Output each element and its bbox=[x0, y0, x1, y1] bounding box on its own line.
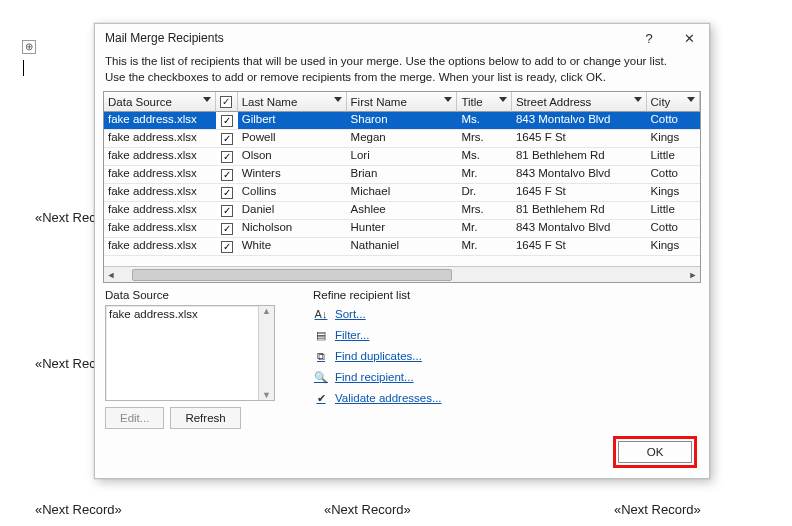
cell-checkbox[interactable]: ✓ bbox=[216, 112, 238, 129]
cell-first-name: Lori bbox=[347, 148, 458, 165]
chevron-down-icon bbox=[499, 97, 507, 102]
cell-last-name: Collins bbox=[238, 184, 347, 201]
col-city[interactable]: City bbox=[647, 92, 700, 112]
cell-checkbox[interactable]: ✓ bbox=[216, 202, 238, 219]
cell-last-name: Gilbert bbox=[238, 112, 347, 129]
list-item[interactable]: fake address.xlsx bbox=[109, 308, 271, 320]
cell-last-name: Winters bbox=[238, 166, 347, 183]
cell-title: Mr. bbox=[457, 166, 511, 183]
duplicates-icon: ⧉ bbox=[313, 348, 329, 364]
cell-last-name: Olson bbox=[238, 148, 347, 165]
chevron-down-icon bbox=[334, 97, 342, 102]
table-row[interactable]: fake address.xlsx✓WhiteNathanielMr.1645 … bbox=[104, 238, 700, 256]
scroll-right-icon[interactable]: ► bbox=[686, 267, 700, 283]
checkbox-icon: ✓ bbox=[221, 187, 233, 199]
col-first-name[interactable]: First Name bbox=[347, 92, 458, 112]
cell-checkbox[interactable]: ✓ bbox=[216, 130, 238, 147]
cell-street: 843 Montalvo Blvd bbox=[512, 166, 647, 183]
cell-last-name: Nicholson bbox=[238, 220, 347, 237]
annotation-highlight: OK bbox=[613, 436, 697, 468]
cell-street: 1645 F St bbox=[512, 238, 647, 255]
cell-data-source: fake address.xlsx bbox=[104, 220, 216, 237]
col-check-all[interactable]: ✓ bbox=[216, 92, 238, 112]
scroll-left-icon[interactable]: ◄ bbox=[104, 267, 118, 283]
cell-data-source: fake address.xlsx bbox=[104, 238, 216, 255]
table-row[interactable]: fake address.xlsx✓WintersBrianMr.843 Mon… bbox=[104, 166, 700, 184]
cell-last-name: Powell bbox=[238, 130, 347, 147]
refresh-button[interactable]: Refresh bbox=[170, 407, 240, 429]
chevron-down-icon bbox=[687, 97, 695, 102]
dialog-description: This is the list of recipients that will… bbox=[95, 52, 709, 91]
validate-addresses-link[interactable]: ✔Validate addresses... bbox=[313, 390, 699, 406]
cell-city: Kings bbox=[647, 184, 701, 201]
cell-first-name: Hunter bbox=[347, 220, 458, 237]
cell-city: Kings bbox=[647, 130, 701, 147]
table-row[interactable]: fake address.xlsx✓OlsonLoriMs.81 Bethleh… bbox=[104, 148, 700, 166]
cell-title: Mrs. bbox=[457, 202, 511, 219]
edit-button[interactable]: Edit... bbox=[105, 407, 164, 429]
filter-icon: ▤ bbox=[313, 327, 329, 343]
cell-checkbox[interactable]: ✓ bbox=[216, 238, 238, 255]
cell-last-name: White bbox=[238, 238, 347, 255]
cell-city: Cotto bbox=[647, 220, 701, 237]
cell-city: Cotto bbox=[647, 166, 701, 183]
find-duplicates-link[interactable]: ⧉Find duplicates... bbox=[313, 348, 699, 364]
cell-title: Mrs. bbox=[457, 130, 511, 147]
help-button[interactable]: ? bbox=[629, 24, 669, 52]
cell-city: Kings bbox=[647, 238, 701, 255]
ok-button[interactable]: OK bbox=[618, 441, 692, 463]
cell-title: Ms. bbox=[457, 112, 511, 129]
dialog-title: Mail Merge Recipients bbox=[105, 31, 629, 45]
cell-first-name: Sharon bbox=[347, 112, 458, 129]
find-recipient-link[interactable]: 🔍Find recipient... bbox=[313, 369, 699, 385]
col-data-source[interactable]: Data Source bbox=[104, 92, 216, 112]
cell-data-source: fake address.xlsx bbox=[104, 184, 216, 201]
merge-field: «Next Record» bbox=[35, 502, 122, 517]
titlebar: Mail Merge Recipients ? ✕ bbox=[95, 24, 709, 52]
cell-city: Cotto bbox=[647, 112, 701, 129]
cell-data-source: fake address.xlsx bbox=[104, 112, 216, 129]
cell-first-name: Megan bbox=[347, 130, 458, 147]
recipients-grid: Data Source ✓ Last Name First Name Title… bbox=[103, 91, 701, 283]
cell-title: Dr. bbox=[457, 184, 511, 201]
cell-last-name: Daniel bbox=[238, 202, 347, 219]
cell-title: Mr. bbox=[457, 238, 511, 255]
col-street[interactable]: Street Address bbox=[512, 92, 647, 112]
cell-data-source: fake address.xlsx bbox=[104, 166, 216, 183]
cell-checkbox[interactable]: ✓ bbox=[216, 220, 238, 237]
checkbox-icon: ✓ bbox=[221, 115, 233, 127]
cell-first-name: Ashlee bbox=[347, 202, 458, 219]
table-row[interactable]: fake address.xlsx✓NicholsonHunterMr.843 … bbox=[104, 220, 700, 238]
sort-icon: A↓ bbox=[313, 306, 329, 322]
table-row[interactable]: fake address.xlsx✓GilbertSharonMs.843 Mo… bbox=[104, 112, 700, 130]
cell-street: 1645 F St bbox=[512, 184, 647, 201]
col-last-name[interactable]: Last Name bbox=[238, 92, 347, 112]
scroll-thumb[interactable] bbox=[132, 269, 452, 281]
checkbox-icon: ✓ bbox=[221, 223, 233, 235]
cell-checkbox[interactable]: ✓ bbox=[216, 166, 238, 183]
merge-field: «Next Record» bbox=[324, 502, 411, 517]
horizontal-scrollbar[interactable]: ◄ ► bbox=[104, 266, 700, 282]
filter-link[interactable]: ▤Filter... bbox=[313, 327, 699, 343]
anchor-icon: ⊕ bbox=[22, 40, 36, 54]
col-title[interactable]: Title bbox=[457, 92, 511, 112]
cell-first-name: Michael bbox=[347, 184, 458, 201]
cell-checkbox[interactable]: ✓ bbox=[216, 148, 238, 165]
cell-city: Little bbox=[647, 148, 701, 165]
table-row[interactable]: fake address.xlsx✓DanielAshleeMrs.81 Bet… bbox=[104, 202, 700, 220]
cell-data-source: fake address.xlsx bbox=[104, 148, 216, 165]
checkbox-icon: ✓ bbox=[221, 241, 233, 253]
cell-checkbox[interactable]: ✓ bbox=[216, 184, 238, 201]
cell-title: Mr. bbox=[457, 220, 511, 237]
chevron-down-icon bbox=[634, 97, 642, 102]
close-button[interactable]: ✕ bbox=[669, 24, 709, 52]
checkbox-icon: ✓ bbox=[221, 151, 233, 163]
cell-first-name: Brian bbox=[347, 166, 458, 183]
table-row[interactable]: fake address.xlsx✓PowellMeganMrs.1645 F … bbox=[104, 130, 700, 148]
validate-icon: ✔ bbox=[313, 390, 329, 406]
data-source-list[interactable]: fake address.xlsx ▲▼ bbox=[105, 305, 275, 401]
table-row[interactable]: fake address.xlsx✓CollinsMichaelDr.1645 … bbox=[104, 184, 700, 202]
cell-data-source: fake address.xlsx bbox=[104, 130, 216, 147]
sort-link[interactable]: A↓Sort... bbox=[313, 306, 699, 322]
vertical-scrollbar[interactable]: ▲▼ bbox=[258, 306, 274, 400]
